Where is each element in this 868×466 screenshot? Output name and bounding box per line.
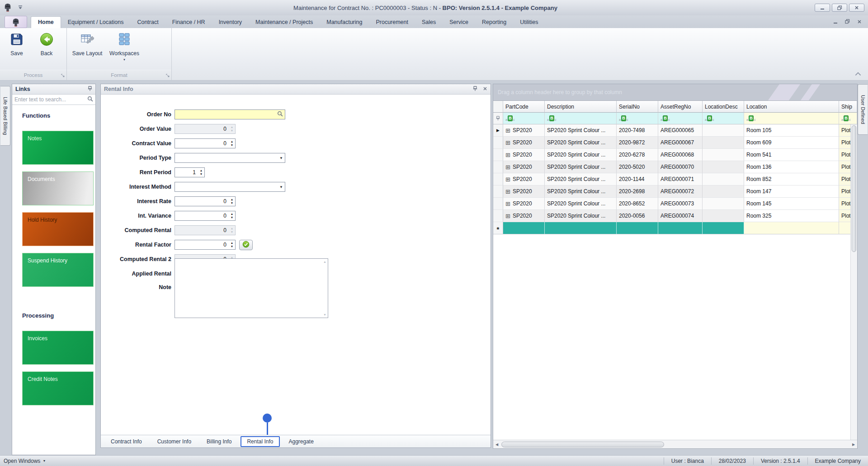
spin-up-icon[interactable]: ▲ xyxy=(231,227,233,230)
expand-row-icon[interactable]: ⊞ xyxy=(505,128,510,133)
expand-row-icon[interactable]: ⊞ xyxy=(505,164,510,170)
spin-down-icon[interactable]: ▼ xyxy=(231,129,233,133)
new-row-cell-serial[interactable] xyxy=(617,222,658,234)
table-row[interactable]: ⊞SP2020SP2020 Sprint Colour ...2020-1144… xyxy=(493,173,857,185)
side-tab-user-defined[interactable]: User Defined xyxy=(858,84,868,135)
ribbon-tab-service[interactable]: Service xyxy=(443,17,475,28)
interest-method-input[interactable] xyxy=(175,184,278,190)
bottom-tab-aggregate[interactable]: Aggregate xyxy=(283,436,320,447)
ribbon-tab-finance-hr[interactable]: Finance / HR xyxy=(165,17,212,28)
expand-row-icon[interactable]: ⊞ xyxy=(505,140,510,146)
expand-row-icon[interactable]: ⊞ xyxy=(505,189,510,195)
mdi-restore-icon[interactable] xyxy=(845,19,850,25)
bottom-tab-billing-info[interactable]: Billing Info xyxy=(200,436,238,447)
new-row-cell-locdesc[interactable] xyxy=(703,222,744,234)
workspaces-dropdown-icon[interactable]: ▼ xyxy=(123,59,126,61)
scroll-left-icon[interactable]: ◀ xyxy=(493,442,500,447)
cell-desc[interactable]: SP2020 Sprint Colour ... xyxy=(545,161,617,173)
spinner-contract-value[interactable]: ▲▼ xyxy=(175,138,236,148)
cell-desc[interactable]: SP2020 Sprint Colour ... xyxy=(545,185,617,198)
cell-loc[interactable]: Room 147 xyxy=(744,185,839,198)
column-header-description[interactable]: Description xyxy=(545,101,617,113)
column-header-assetregno[interactable]: AssetRegNo xyxy=(658,101,703,113)
mdi-close-icon[interactable] xyxy=(857,19,862,25)
minimize-button[interactable] xyxy=(815,4,830,12)
search-icon[interactable] xyxy=(277,111,285,118)
cell-part[interactable]: ⊞SP2020 xyxy=(503,124,545,137)
spin-down-icon[interactable]: ▼ xyxy=(231,230,233,234)
expand-row-icon[interactable]: ⊞ xyxy=(505,201,510,207)
new-row-cell-loc[interactable] xyxy=(744,222,839,234)
apply-rental-factor-button[interactable] xyxy=(239,240,253,250)
dropdown-interest-method[interactable]: ▼ xyxy=(175,182,285,192)
format-dialog-launcher-icon[interactable] xyxy=(166,73,170,78)
note-textarea[interactable] xyxy=(175,259,328,318)
rental-factor-input[interactable] xyxy=(175,242,228,248)
link-button-invoices[interactable]: Invoices xyxy=(22,331,94,365)
grid-new-row[interactable]: * xyxy=(493,222,857,234)
restore-button[interactable] xyxy=(832,4,847,12)
cell-loc[interactable]: Room 541 xyxy=(744,149,839,161)
ribbon-tab-sales[interactable]: Sales xyxy=(415,17,443,28)
ribbon-tab-maintenance-projects[interactable]: Maintenance / Projects xyxy=(249,17,320,28)
chevron-down-icon[interactable]: ▼ xyxy=(278,185,285,189)
cell-loc[interactable]: Room 136 xyxy=(744,161,839,173)
table-row[interactable]: ⊞SP2020SP2020 Sprint Colour ...2020-9872… xyxy=(493,137,857,149)
column-header-location[interactable]: Location xyxy=(744,101,839,113)
cell-desc[interactable]: SP2020 Sprint Colour ... xyxy=(545,124,617,137)
cell-desc[interactable]: SP2020 Sprint Colour ... xyxy=(545,149,617,161)
spin-up-icon[interactable]: ▲ xyxy=(231,212,233,216)
filter-cell-serialno[interactable]: aBc xyxy=(617,113,658,124)
period-type-input[interactable] xyxy=(175,155,278,161)
back-button[interactable]: Back xyxy=(33,31,61,57)
links-search-input[interactable] xyxy=(12,95,87,105)
cell-serial[interactable]: 2020-2698 xyxy=(617,185,658,198)
spin-up-icon[interactable]: ▲ xyxy=(231,241,233,245)
order-no-input[interactable] xyxy=(175,111,277,118)
new-row-cell-desc[interactable] xyxy=(545,222,617,234)
cell-locdesc[interactable] xyxy=(703,185,744,198)
note-scroll-up-icon[interactable]: ▲ xyxy=(323,260,326,263)
cell-loc[interactable]: Room 105 xyxy=(744,124,839,137)
link-button-credit-notes[interactable]: Credit Notes xyxy=(22,371,94,405)
scroll-right-icon[interactable]: ▶ xyxy=(850,442,857,447)
h-scrollbar-thumb[interactable] xyxy=(501,442,664,447)
cell-loc[interactable]: Room 852 xyxy=(744,173,839,185)
cell-asset[interactable]: AREG000068 xyxy=(658,149,703,161)
filter-row-pin-icon[interactable] xyxy=(493,113,503,124)
cell-desc[interactable]: SP2020 Sprint Colour ... xyxy=(545,198,617,210)
cell-locdesc[interactable] xyxy=(703,149,744,161)
mdi-minimize-icon[interactable] xyxy=(833,19,838,25)
cell-locdesc[interactable] xyxy=(703,124,744,137)
cell-asset[interactable]: AREG000073 xyxy=(658,198,703,210)
table-row[interactable]: ▶⊞SP2020SP2020 Sprint Colour ...2020-749… xyxy=(493,124,857,137)
bottom-tab-rental-info[interactable]: Rental Info xyxy=(241,436,279,447)
ribbon-tab-reporting[interactable]: Reporting xyxy=(475,17,513,28)
cell-serial[interactable]: 2020-8652 xyxy=(617,198,658,210)
cell-locdesc[interactable] xyxy=(703,161,744,173)
cell-loc[interactable]: Room 609 xyxy=(744,137,839,149)
table-row[interactable]: ⊞SP2020SP2020 Sprint Colour ...2020-2698… xyxy=(493,185,857,198)
qat-customize-dropdown-icon[interactable] xyxy=(18,5,23,11)
spin-down-icon[interactable]: ▼ xyxy=(231,245,233,248)
int-variance-input[interactable] xyxy=(175,213,228,219)
cell-serial[interactable]: 2020-6278 xyxy=(617,149,658,161)
application-menu-button[interactable] xyxy=(5,16,27,28)
ribbon-tab-home[interactable]: Home xyxy=(31,16,61,28)
spin-down-icon[interactable]: ▼ xyxy=(231,216,233,219)
cell-asset[interactable]: AREG000072 xyxy=(658,185,703,198)
cell-part[interactable]: ⊞SP2020 xyxy=(503,198,545,210)
interest-rate-input[interactable] xyxy=(175,198,228,204)
cell-serial[interactable]: 2020-7498 xyxy=(617,124,658,137)
spinner-rental-factor[interactable]: ▲▼ xyxy=(175,240,236,250)
spin-up-icon[interactable]: ▲ xyxy=(200,169,203,172)
save-layout-button[interactable]: Save Layout xyxy=(70,31,105,57)
link-button-documents[interactable]: Documents xyxy=(22,171,94,205)
ribbon-tab-manufacturing[interactable]: Manufacturing xyxy=(320,17,369,28)
cell-part[interactable]: ⊞SP2020 xyxy=(503,210,545,222)
side-tab-life-based-billing[interactable]: Life Based Billing xyxy=(0,86,10,146)
column-header-locationdesc[interactable]: LocationDesc xyxy=(703,101,744,113)
cell-desc[interactable]: SP2020 Sprint Colour ... xyxy=(545,210,617,222)
rent-period-input[interactable] xyxy=(175,169,198,176)
workspaces-button[interactable]: Workspaces ▼ xyxy=(107,31,142,61)
